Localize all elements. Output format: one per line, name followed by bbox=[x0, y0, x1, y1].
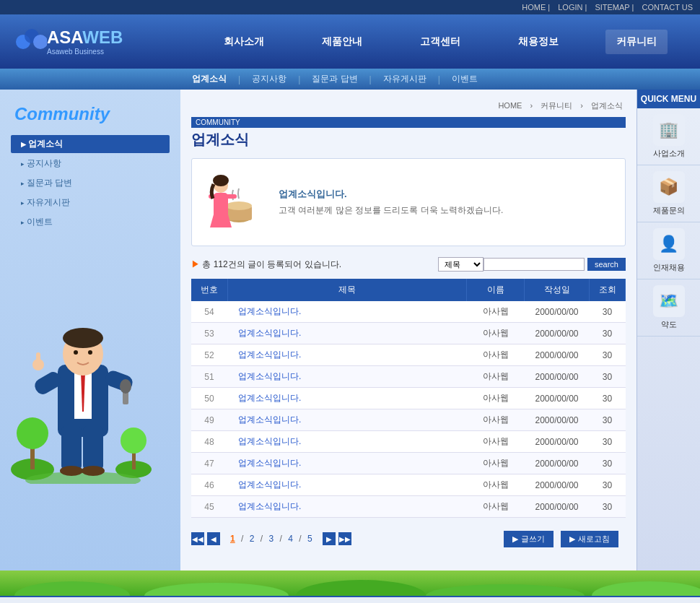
action-buttons: ▶ 글쓰기 ▶ 새로고침 bbox=[504, 531, 626, 547]
cell-title[interactable]: 업계소식입니다. bbox=[227, 366, 467, 388]
map-label: 약도 bbox=[661, 319, 677, 330]
svg-point-36 bbox=[14, 581, 130, 596]
page-4[interactable]: 4 bbox=[284, 532, 297, 545]
subnav-industry[interactable]: 업계소식 bbox=[180, 73, 238, 85]
top-link-contact[interactable]: CONTACT US bbox=[642, 3, 694, 12]
page-next-btn[interactable]: ▶ bbox=[323, 532, 336, 545]
page-2[interactable]: 2 bbox=[246, 532, 258, 545]
footer: 2005 ASAWeb company. All rights reserved… bbox=[0, 596, 700, 603]
logo-icon bbox=[14, 28, 47, 56]
breadcrumb-home: HOME bbox=[498, 101, 522, 110]
cell-date: 2000/00/00 bbox=[525, 301, 590, 323]
sidebar-item-event[interactable]: 이벤트 bbox=[11, 213, 170, 231]
svg-point-14 bbox=[82, 466, 105, 476]
logo-asa: ASA bbox=[47, 27, 82, 47]
intro-image bbox=[203, 170, 268, 235]
main-wrapper: Community 업계소식 공지사항 질문과 답변 자유게시판 이벤트 bbox=[0, 90, 700, 571]
cell-num: 51 bbox=[191, 366, 227, 388]
table-row: 53 업계소식입니다. 아사웹 2000/00/00 30 bbox=[191, 323, 626, 344]
quick-menu-product[interactable]: 📦 제품문의 bbox=[637, 165, 700, 222]
cell-title[interactable]: 업계소식입니다. bbox=[227, 431, 467, 453]
col-title: 제목 bbox=[227, 279, 467, 301]
page-1[interactable]: 1 bbox=[227, 532, 239, 545]
page-first-btn[interactable]: ◀◀ bbox=[191, 532, 204, 545]
subnav-freeboard[interactable]: 자유게시판 bbox=[372, 73, 438, 85]
quick-menu-company[interactable]: 🏢 사업소개 bbox=[637, 108, 700, 165]
cell-date: 2000/00/00 bbox=[525, 431, 590, 453]
cell-title[interactable]: 업계소식입니다. bbox=[227, 301, 467, 323]
cell-author: 아사웹 bbox=[467, 344, 525, 366]
cell-views: 30 bbox=[590, 496, 626, 518]
section-header: COMMUNITY 업계소식 bbox=[191, 117, 626, 149]
board-table: 번호 제목 이름 작성일 조회 54 업계소식입니다. 아사웹 2000/00/… bbox=[191, 279, 626, 518]
nav-community[interactable]: 커뮤니티 bbox=[605, 30, 668, 54]
table-row: 45 업계소식입니다. 아사웹 2000/00/00 30 bbox=[191, 496, 626, 518]
search-select[interactable]: 제목 내용 작성자 bbox=[438, 257, 484, 272]
table-row: 48 업계소식입니다. 아사웹 2000/00/00 30 bbox=[191, 431, 626, 453]
cell-num: 54 bbox=[191, 301, 227, 323]
logo-area: ASAWEB Asaweb Business bbox=[0, 27, 180, 56]
svg-point-18 bbox=[63, 328, 103, 348]
quick-menu-map[interactable]: 🗺️ 약도 bbox=[637, 279, 700, 337]
pagination: ◀◀ ◀ 1 / 2 / 3 / 4 / 5 ▶ ▶▶ bbox=[191, 524, 351, 554]
cell-title[interactable]: 업계소식입니다. bbox=[227, 409, 467, 431]
cell-title[interactable]: 업계소식입니다. bbox=[227, 388, 467, 409]
breadcrumb-current: 업계소식 bbox=[591, 101, 623, 110]
svg-point-24 bbox=[120, 379, 131, 394]
svg-point-5 bbox=[17, 417, 48, 449]
table-header: 번호 제목 이름 작성일 조회 bbox=[191, 279, 626, 301]
sidebar-item-industry[interactable]: 업계소식 bbox=[11, 135, 170, 153]
search-input[interactable] bbox=[484, 258, 585, 271]
quick-menu-recruit[interactable]: 👤 인재채용 bbox=[637, 222, 700, 279]
pagination-row: ◀◀ ◀ 1 / 2 / 3 / 4 / 5 ▶ ▶▶ ▶ bbox=[191, 518, 626, 560]
svg-marker-34 bbox=[210, 214, 232, 227]
cell-num: 45 bbox=[191, 496, 227, 518]
cell-views: 30 bbox=[590, 301, 626, 323]
cell-title[interactable]: 업계소식입니다. bbox=[227, 323, 467, 344]
cell-views: 30 bbox=[590, 388, 626, 409]
write-button[interactable]: ▶ 글쓰기 bbox=[504, 531, 554, 547]
refresh-button[interactable]: ▶ 새로고침 bbox=[561, 531, 618, 547]
cell-date: 2000/00/00 bbox=[525, 344, 590, 366]
svg-point-8 bbox=[121, 428, 146, 454]
cell-title[interactable]: 업계소식입니다. bbox=[227, 496, 467, 518]
svg-rect-12 bbox=[83, 426, 103, 469]
subnav-notice[interactable]: 공지사항 bbox=[240, 73, 298, 85]
sidebar-item-notice[interactable]: 공지사항 bbox=[11, 155, 170, 173]
page-5[interactable]: 5 bbox=[304, 532, 316, 545]
cell-author: 아사웹 bbox=[467, 474, 525, 496]
cell-date: 2000/00/00 bbox=[525, 388, 590, 409]
cell-title[interactable]: 업계소식입니다. bbox=[227, 453, 467, 474]
top-link-home[interactable]: HOME bbox=[522, 3, 546, 12]
svg-rect-11 bbox=[61, 426, 82, 469]
page-last-btn[interactable]: ▶▶ bbox=[338, 532, 351, 545]
cell-views: 30 bbox=[590, 323, 626, 344]
top-link-sitemap[interactable]: SITEMAP bbox=[595, 3, 629, 12]
subnav-qna[interactable]: 질문과 답변 bbox=[300, 73, 369, 85]
cell-date: 2000/00/00 bbox=[525, 474, 590, 496]
top-link-login[interactable]: LOGIN bbox=[558, 3, 582, 12]
cell-date: 2000/00/00 bbox=[525, 409, 590, 431]
main-nav: 회사소개 제품안내 고객센터 채용정보 커뮤니티 bbox=[180, 30, 700, 54]
nav-support[interactable]: 고객센터 bbox=[409, 30, 471, 54]
cell-num: 50 bbox=[191, 388, 227, 409]
sidebar-item-freeboard[interactable]: 자유게시판 bbox=[11, 194, 170, 212]
subnav-event[interactable]: 이벤트 bbox=[440, 73, 489, 85]
cell-views: 30 bbox=[590, 474, 626, 496]
cell-title[interactable]: 업계소식입니다. bbox=[227, 474, 467, 496]
sidebar-item-qna[interactable]: 질문과 답변 bbox=[11, 174, 170, 192]
intro-box: 업계소식입니다. 고객 여러분께 많은 정보를 드리도록 더욱 노력하겠습니다. bbox=[191, 158, 626, 246]
nav-company[interactable]: 회사소개 bbox=[213, 30, 275, 54]
section-badge: COMMUNITY bbox=[191, 117, 626, 128]
nav-recruit[interactable]: 채용정보 bbox=[507, 30, 569, 54]
search-button[interactable]: search bbox=[587, 258, 626, 271]
page-prev-btn[interactable]: ◀ bbox=[207, 532, 220, 545]
cell-author: 아사웹 bbox=[467, 323, 525, 344]
cell-num: 47 bbox=[191, 453, 227, 474]
table-row: 49 업계소식입니다. 아사웹 2000/00/00 30 bbox=[191, 409, 626, 431]
svg-point-13 bbox=[60, 466, 83, 476]
cell-author: 아사웹 bbox=[467, 453, 525, 474]
cell-title[interactable]: 업계소식입니다. bbox=[227, 344, 467, 366]
nav-products[interactable]: 제품안내 bbox=[311, 30, 373, 54]
page-3[interactable]: 3 bbox=[265, 532, 277, 545]
